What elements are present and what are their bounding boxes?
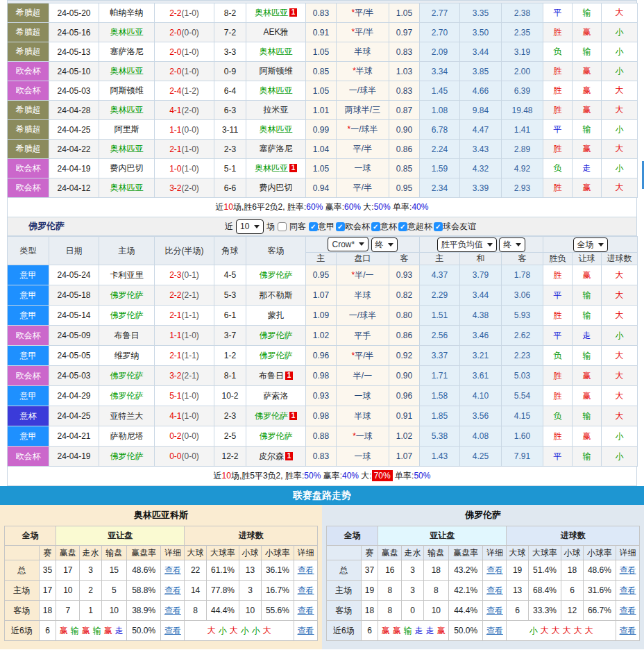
european-time-select[interactable]: 终 (499, 238, 525, 252)
league-badge[interactable]: 意甲 (8, 306, 49, 326)
league-badge[interactable]: 意甲 (8, 426, 49, 447)
league-badge[interactable]: 希腊超 (8, 140, 49, 159)
team-name-link[interactable]: 奥林匹亚 (110, 105, 144, 115)
league-badge[interactable]: 希腊超 (8, 42, 49, 62)
detail-link[interactable]: 查看 (164, 565, 181, 575)
team-name-link[interactable]: 奥林匹亚 (260, 85, 293, 95)
league-badge[interactable]: 欧会杯 (8, 326, 49, 346)
league-badge[interactable]: 意杯 (8, 406, 49, 426)
detail-link[interactable]: 查看 (164, 606, 181, 615)
team-name-link[interactable]: 佛罗伦萨 (110, 310, 144, 320)
match-date-cell: 24-05-13 (49, 42, 99, 62)
detail-link[interactable]: 查看 (164, 626, 181, 635)
team-name-link[interactable]: 亚特兰大 (110, 411, 144, 421)
team-name-link[interactable]: 帕纳辛纳 (110, 8, 144, 17)
team-name-link[interactable]: 萨勒尼塔 (110, 431, 144, 441)
league-badge[interactable]: 希腊超 (8, 23, 49, 42)
team-name-link[interactable]: 阿里斯 (115, 124, 139, 134)
league-badge[interactable]: 意甲 (8, 346, 49, 366)
team-name-link[interactable]: 塞萨洛尼 (110, 47, 144, 56)
league-checkbox[interactable] (336, 222, 345, 231)
team-name-link[interactable]: 奥林匹亚 (110, 66, 144, 76)
league-badge[interactable]: 欧会杯 (8, 159, 49, 178)
detail-link[interactable]: 查看 (620, 585, 636, 595)
detail-link[interactable]: 查看 (486, 606, 503, 615)
league-badge[interactable]: 希腊超 (8, 3, 49, 23)
team-name-link[interactable]: 阿斯顿维 (110, 85, 144, 95)
detail-link[interactable]: 查看 (164, 585, 181, 595)
team-name-link[interactable]: 蒙扎 (268, 310, 285, 320)
team-name-link[interactable]: 佛罗伦萨 (255, 411, 288, 421)
team-name-link[interactable]: 卡利亚里 (110, 270, 144, 280)
league-badge[interactable]: 意甲 (8, 265, 49, 285)
league-badge[interactable]: 欧会杯 (8, 178, 49, 198)
recent-count-select[interactable]: 10 (236, 219, 264, 234)
bookmaker-select[interactable]: Crow* (328, 237, 368, 251)
team-name-link[interactable]: 费内巴切 (110, 163, 144, 173)
team-name-link[interactable]: 佛罗伦萨 (110, 371, 144, 381)
team-name-link[interactable]: 佛罗伦萨 (110, 451, 144, 461)
league-badge[interactable]: 欧会杯 (8, 81, 49, 101)
half-score: (1-0) (182, 8, 199, 18)
handicap-cell: *半/一 (337, 265, 389, 285)
sequence-item: 赢 (104, 626, 112, 635)
team-name-link[interactable]: 皮尔森 (259, 451, 284, 461)
detail-link[interactable]: 查看 (620, 606, 636, 615)
corners-cell: 2-3 (214, 140, 246, 159)
team-name-link[interactable]: 佛罗伦萨 (260, 351, 293, 360)
team-name-link[interactable]: 佛罗伦萨 (260, 431, 293, 441)
league-badge[interactable]: 欧会杯 (8, 366, 49, 386)
team-name-link[interactable]: 维罗纳 (115, 351, 139, 360)
team-name-link[interactable]: 佛罗伦萨 (110, 391, 144, 401)
team-name-link[interactable]: 费内巴切 (260, 183, 293, 192)
team-name-link[interactable]: 塞萨洛尼 (260, 144, 293, 153)
same-opponent-checkbox[interactable] (278, 222, 287, 231)
team-name-link[interactable]: 布鲁日 (259, 371, 284, 381)
odds-time-select[interactable]: 终 (371, 238, 398, 252)
detail-link[interactable]: 查看 (298, 626, 314, 635)
detail-link[interactable]: 查看 (298, 606, 314, 615)
detail-link[interactable]: 查看 (620, 565, 636, 575)
detail-link[interactable]: 查看 (620, 626, 636, 635)
league-badge[interactable]: 希腊超 (8, 101, 49, 120)
team-name-link[interactable]: 那不勒斯 (260, 290, 293, 300)
detail-link[interactable]: 查看 (298, 585, 314, 595)
league-badge[interactable]: 意甲 (8, 386, 49, 406)
score-cell: 4-1(1-0) (155, 406, 214, 426)
league-badge[interactable]: 希腊超 (8, 120, 49, 140)
detail-link[interactable]: 查看 (486, 585, 503, 595)
scope-select[interactable]: 全场 (573, 238, 608, 252)
detail-link[interactable]: 查看 (486, 565, 503, 575)
detail-link[interactable]: 查看 (298, 565, 314, 575)
league-checkbox[interactable] (434, 222, 443, 231)
team-name-link[interactable]: 拉米亚 (264, 105, 289, 115)
detail-link[interactable]: 查看 (486, 626, 503, 635)
team-name-link[interactable]: 奥林匹亚 (110, 144, 144, 153)
european-average-select[interactable]: 胜平负均值 (437, 238, 497, 252)
team-name-link[interactable]: 奥林匹亚 (255, 8, 288, 17)
summary-segment: 赢率: (323, 202, 344, 212)
team-name-link[interactable]: 奥林匹亚 (260, 124, 293, 134)
team-name-link[interactable]: 布鲁日 (115, 331, 139, 340)
league-checkbox[interactable] (309, 222, 318, 231)
focus-team-cell: 佛罗伦萨 (99, 386, 155, 406)
team-name-link[interactable]: AEK雅 (263, 27, 288, 37)
match-date-cell: 24-05-24 (49, 265, 99, 285)
team-name-link[interactable]: 奥林匹亚 (260, 47, 293, 56)
league-checkbox[interactable] (398, 222, 407, 231)
league-checkbox[interactable] (371, 222, 380, 231)
corners-cell: 3-11 (214, 120, 246, 140)
trend-col-header: 大球率 (206, 546, 239, 560)
team-name-link[interactable]: 阿斯顿维 (260, 66, 293, 76)
team-name-link[interactable]: 佛罗伦萨 (110, 290, 144, 300)
team-name-link[interactable]: 佛罗伦萨 (260, 331, 293, 340)
league-badge[interactable]: 欧会杯 (8, 447, 49, 467)
team-name-link[interactable]: 佛罗伦萨 (260, 270, 293, 280)
team-name-link[interactable]: 奥林匹亚 (110, 183, 144, 192)
asia-home-odds: 1.04 (306, 140, 337, 159)
league-badge[interactable]: 意甲 (8, 285, 49, 306)
team-name-link[interactable]: 奥林匹亚 (255, 163, 288, 173)
team-name-link[interactable]: 奥林匹亚 (110, 27, 144, 37)
team-name-link[interactable]: 萨索洛 (264, 391, 289, 401)
league-badge[interactable]: 欧会杯 (8, 62, 49, 81)
